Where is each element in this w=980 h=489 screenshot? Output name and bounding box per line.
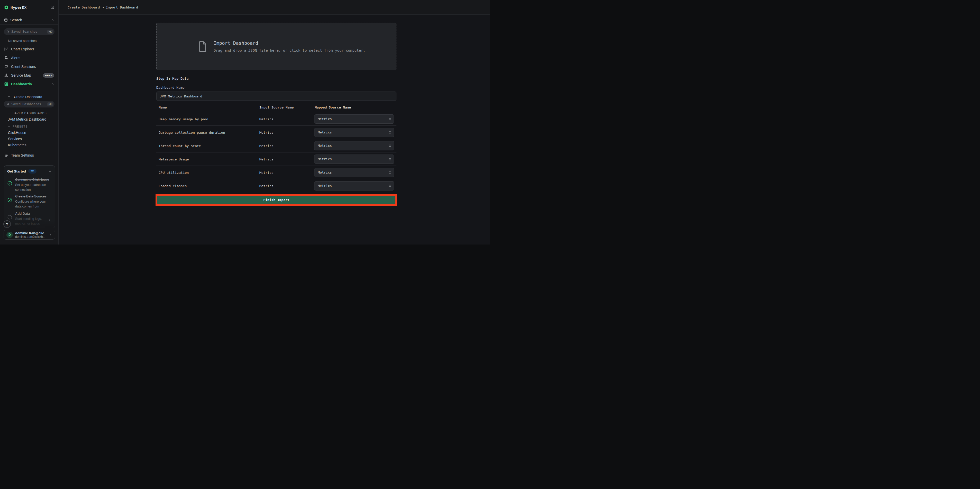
progress-badge: 2/3 <box>28 169 37 174</box>
user-name: dominic.tran@clic... <box>15 231 47 235</box>
saved-dashboards-input[interactable]: Saved Dashboards ⌘K <box>4 101 54 107</box>
row-name: Metaspace Usage <box>159 157 189 161</box>
chevron-up-icon[interactable] <box>48 170 52 173</box>
create-dashboard-label: Create Dashboard <box>14 95 42 99</box>
select-chevrons-icon <box>389 157 391 161</box>
selected-value: Metrics <box>318 144 332 148</box>
saved-dashboards-section-header[interactable]: SAVED DASHBOARDS <box>8 111 58 116</box>
dropzone-title: Import Dashboard <box>214 40 365 46</box>
row-input-source: Metrics <box>259 117 274 121</box>
presets-section-header[interactable]: PRESETS <box>8 124 58 129</box>
logo-row: HyperDX <box>0 0 58 15</box>
app-title: HyperDX <box>11 5 27 10</box>
service-map-icon <box>4 73 8 77</box>
task-title: Connect to ClickHouse <box>15 178 49 182</box>
sidebar-item-clickhouse[interactable]: ClickHouse <box>8 130 58 136</box>
get-started-item-sources[interactable]: Create Data Sources Configure where your… <box>4 194 55 209</box>
breadcrumb: Create Dashboard > Import Dashboard <box>68 5 138 9</box>
mapping-row: Thread count by stateMetricsMetrics <box>156 139 396 153</box>
sidebar-item-services[interactable]: Services <box>8 136 58 142</box>
sidebar-item-chart-explorer[interactable]: Chart Explorer <box>0 45 58 54</box>
row-input-source: Metrics <box>259 144 274 148</box>
sidebar: HyperDX Search Saved Searches ⌘K No save… <box>0 0 59 244</box>
select-chevrons-icon <box>389 131 391 134</box>
nav-label: Client Sessions <box>11 65 36 68</box>
nav-label: Chart Explorer <box>11 47 34 51</box>
user-email: dominic.tran@clickh... <box>15 235 47 239</box>
file-icon <box>198 41 207 53</box>
nav-label: Dashboards <box>11 82 32 86</box>
mapped-source-select[interactable]: Metrics <box>314 168 395 177</box>
sidebar-item-service-map[interactable]: Service Map BETA <box>0 71 58 80</box>
task-subtitle: Set up your database connection <box>15 183 52 192</box>
sidebar-item-dashboards[interactable]: Dashboards <box>0 80 58 88</box>
circle-icon <box>7 215 12 220</box>
get-started-card: Get Started 2/3 Connect to ClickHouse Se… <box>4 165 55 228</box>
selected-value: Metrics <box>318 131 332 134</box>
get-started-header[interactable]: Get Started 2/3 <box>4 166 55 174</box>
mapping-table: Name Input Source Name Mapped Source Nam… <box>156 105 396 192</box>
arrow-right-icon <box>47 218 51 222</box>
laptop-icon <box>4 65 8 68</box>
nav-label: Alerts <box>11 56 20 60</box>
selected-value: Metrics <box>318 157 332 161</box>
task-subtitle: Start sending logs, metrics, or traces <box>15 217 52 226</box>
row-name: Loaded classes <box>159 184 187 188</box>
sidebar-collapse-icon[interactable] <box>50 5 54 9</box>
select-chevrons-icon <box>389 144 391 148</box>
chevron-up-icon[interactable] <box>51 19 54 22</box>
sidebar-item-search[interactable]: Search <box>0 16 58 25</box>
select-chevrons-icon <box>389 171 391 174</box>
selected-value: Metrics <box>318 170 332 174</box>
check-circle-icon <box>7 198 12 202</box>
sidebar-nav: Chart Explorer Alerts Client Sessions Se… <box>0 45 58 88</box>
dashboard-name-input[interactable] <box>156 92 396 101</box>
create-dashboard-button[interactable]: Create Dashboard <box>0 93 58 100</box>
mapped-source-select[interactable]: Metrics <box>314 181 395 191</box>
shortcut-badge: ⌘K <box>47 30 53 34</box>
sidebar-item-jvm-metrics-dashboard[interactable]: JVM Metrics Dashboard <box>8 116 58 123</box>
mapped-source-select[interactable]: Metrics <box>314 155 395 164</box>
row-input-source: Metrics <box>259 131 274 134</box>
mapped-source-select[interactable]: Metrics <box>314 128 395 137</box>
get-started-item-connect[interactable]: Connect to ClickHouse Set up your databa… <box>4 177 55 192</box>
nav-label: Service Map <box>11 73 31 77</box>
mapping-row: Loaded classesMetricsMetrics <box>156 179 396 192</box>
topbar: Create Dashboard > Import Dashboard <box>59 0 490 15</box>
mapped-source-select[interactable]: Metrics <box>314 141 395 150</box>
search-icon <box>6 103 10 106</box>
sidebar-item-team-settings[interactable]: Team Settings <box>0 151 58 160</box>
sidebar-item-alerts[interactable]: Alerts <box>0 54 58 62</box>
task-title: Add Data <box>15 212 30 215</box>
task-subtitle: Configure where your data comes from <box>15 199 52 209</box>
selected-value: Metrics <box>318 117 332 121</box>
search-section-label: Search <box>10 18 22 22</box>
no-saved-searches-text: No saved searches <box>8 39 58 43</box>
gear-icon <box>4 153 8 157</box>
dashboards-grid-icon <box>4 82 8 86</box>
import-dropzone[interactable]: Import Dashboard Drag and drop a JSON fi… <box>156 22 396 70</box>
user-menu[interactable]: D dominic.tran@clic... dominic.tran@clic… <box>3 230 55 240</box>
section-label: PRESETS <box>13 125 27 128</box>
step-title: Step 2: Map Data <box>156 76 396 80</box>
column-header-mapped-source: Mapped Source Name <box>315 105 351 109</box>
sidebar-item-client-sessions[interactable]: Client Sessions <box>0 62 58 71</box>
get-started-title: Get Started <box>7 169 26 173</box>
mapping-row: CPU utilizationMetricsMetrics <box>156 166 396 179</box>
mapped-source-select[interactable]: Metrics <box>314 115 395 124</box>
help-button[interactable]: ? <box>3 220 11 228</box>
saved-searches-input[interactable]: Saved Searches ⌘K <box>4 28 54 35</box>
mapping-table-rows: Heap memory usage by poolMetricsMetricsG… <box>156 112 396 192</box>
chevron-up-icon[interactable] <box>51 83 54 86</box>
sidebar-item-kubernetes[interactable]: Kubernetes <box>8 142 58 148</box>
mapping-table-header: Name Input Source Name Mapped Source Nam… <box>156 105 396 112</box>
section-label: SAVED DASHBOARDS <box>13 111 47 115</box>
dashboard-name-label: Dashboard Name <box>156 86 396 89</box>
mapping-row: Metaspace UsageMetricsMetrics <box>156 153 396 166</box>
hyperdx-logo-icon <box>4 5 8 10</box>
get-started-item-add-data[interactable]: Add Data Start sending logs, metrics, or… <box>4 211 55 226</box>
chevron-down-icon <box>8 112 10 115</box>
finish-import-button[interactable]: Finish Import <box>158 196 395 204</box>
select-chevrons-icon <box>389 184 391 188</box>
select-chevrons-icon <box>389 117 391 121</box>
